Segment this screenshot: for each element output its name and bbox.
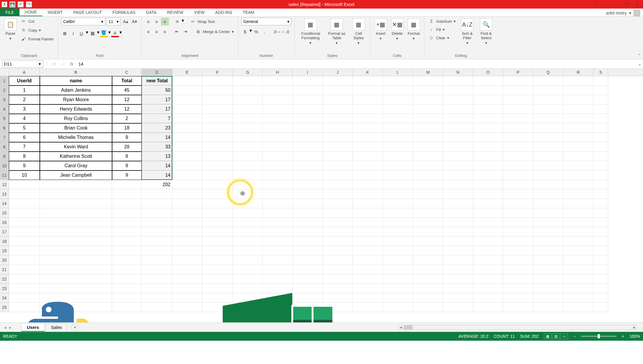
cell[interactable]: [9, 218, 40, 227]
cell[interactable]: Total: [112, 76, 142, 86]
cell[interactable]: [323, 104, 353, 114]
cell[interactable]: [202, 237, 233, 246]
cell[interactable]: [473, 114, 503, 123]
cell[interactable]: [593, 199, 608, 208]
row-header[interactable]: 15: [0, 208, 9, 218]
cell[interactable]: [593, 303, 608, 312]
cell[interactable]: [112, 284, 142, 293]
horizontal-scrollbar[interactable]: ◂ ▸: [398, 325, 637, 330]
autosum-button[interactable]: ΣAutoSum▾: [427, 18, 457, 25]
cell[interactable]: [293, 133, 323, 142]
enter-formula-button[interactable]: ✓: [58, 60, 67, 68]
cell[interactable]: [233, 227, 263, 237]
cell[interactable]: [40, 284, 112, 293]
cell[interactable]: [443, 293, 473, 303]
cell[interactable]: [173, 86, 202, 95]
cell[interactable]: [533, 293, 563, 303]
redo-icon[interactable]: ↷: [26, 1, 32, 7]
cell[interactable]: [533, 303, 563, 312]
cell[interactable]: [173, 189, 202, 199]
cell[interactable]: [293, 189, 323, 199]
delete-cells-button[interactable]: ✕▦Delete▾: [390, 18, 405, 41]
col-header-D[interactable]: D: [142, 69, 173, 76]
cell[interactable]: [413, 123, 443, 133]
cell[interactable]: Roy Collins: [40, 114, 112, 123]
cell[interactable]: [233, 142, 263, 152]
cell[interactable]: [142, 199, 173, 208]
cell[interactable]: [443, 265, 473, 274]
cell[interactable]: [383, 170, 413, 180]
cell[interactable]: [383, 208, 413, 218]
cell[interactable]: [593, 189, 608, 199]
cell[interactable]: [202, 199, 233, 208]
cell[interactable]: [323, 170, 353, 180]
cell[interactable]: [323, 218, 353, 227]
cell[interactable]: [383, 86, 413, 95]
cell[interactable]: [293, 86, 323, 95]
sheet-tab-users[interactable]: Users: [21, 323, 45, 332]
cell[interactable]: [353, 218, 383, 227]
cell[interactable]: [473, 189, 503, 199]
cell[interactable]: [503, 123, 533, 133]
cell[interactable]: 9: [9, 161, 40, 170]
cell[interactable]: [473, 265, 503, 274]
insert-function-button[interactable]: fx: [67, 60, 76, 68]
cell[interactable]: [563, 246, 593, 255]
cell[interactable]: [40, 227, 112, 237]
cell[interactable]: [173, 284, 202, 293]
cell[interactable]: [142, 255, 173, 265]
cell[interactable]: [443, 189, 473, 199]
cell[interactable]: 45: [112, 86, 142, 95]
add-sheet-button[interactable]: +: [71, 324, 79, 331]
cell[interactable]: [503, 237, 533, 246]
cell[interactable]: [173, 152, 202, 161]
cell[interactable]: [293, 237, 323, 246]
cell[interactable]: [40, 189, 112, 199]
cell[interactable]: [233, 161, 263, 170]
cell[interactable]: [383, 142, 413, 152]
cell[interactable]: [40, 265, 112, 274]
cell[interactable]: [503, 104, 533, 114]
cell[interactable]: [413, 133, 443, 142]
row-header[interactable]: 20: [0, 255, 9, 265]
cell[interactable]: [202, 142, 233, 152]
cell[interactable]: [112, 303, 142, 312]
cell[interactable]: [263, 123, 293, 133]
cell[interactable]: [173, 170, 202, 180]
cell[interactable]: [353, 133, 383, 142]
cell[interactable]: [383, 180, 413, 189]
cell[interactable]: [112, 265, 142, 274]
cell[interactable]: [323, 123, 353, 133]
cell[interactable]: [353, 86, 383, 95]
cell[interactable]: [413, 104, 443, 114]
cell[interactable]: [142, 208, 173, 218]
cell[interactable]: [533, 237, 563, 246]
row-header[interactable]: 25: [0, 303, 9, 312]
cell[interactable]: [473, 208, 503, 218]
cell[interactable]: [323, 180, 353, 189]
cell[interactable]: [142, 284, 173, 293]
cell[interactable]: [473, 95, 503, 104]
cell[interactable]: Brian Cook: [40, 123, 112, 133]
cell[interactable]: [353, 95, 383, 104]
cell[interactable]: [563, 237, 593, 246]
cell[interactable]: [533, 86, 563, 95]
cell[interactable]: [593, 293, 608, 303]
col-header-G[interactable]: G: [233, 69, 263, 76]
cell[interactable]: [202, 246, 233, 255]
cell[interactable]: [413, 237, 443, 246]
cell[interactable]: [323, 227, 353, 237]
cell[interactable]: [503, 274, 533, 284]
cell[interactable]: [202, 86, 233, 95]
cell[interactable]: [293, 274, 323, 284]
cell[interactable]: [173, 199, 202, 208]
cell[interactable]: [593, 76, 608, 86]
cell[interactable]: [323, 133, 353, 142]
cell[interactable]: [413, 95, 443, 104]
cell[interactable]: [202, 95, 233, 104]
cell[interactable]: [593, 274, 608, 284]
cell[interactable]: 2: [9, 95, 40, 104]
cell[interactable]: [40, 274, 112, 284]
qat-customize-icon[interactable]: ▾: [34, 1, 38, 7]
cell[interactable]: [533, 246, 563, 255]
